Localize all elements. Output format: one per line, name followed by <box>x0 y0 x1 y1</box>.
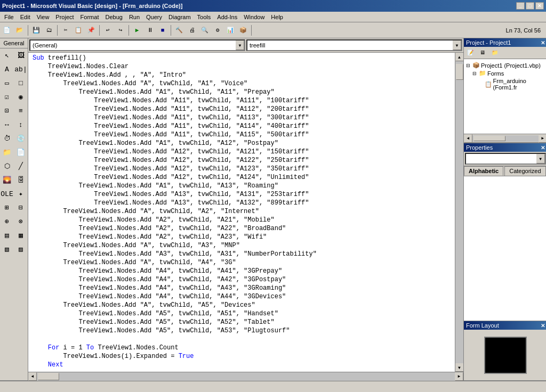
tool-row-2: A ab| <box>0 62 28 76</box>
tool-pointer[interactable]: ↖ <box>0 48 14 62</box>
tool-t7[interactable]: ▧ <box>0 242 14 256</box>
tb-new[interactable]: 📄 <box>1 24 13 36</box>
tool-frame[interactable]: ▭ <box>0 76 14 90</box>
proj-hscroll-track[interactable] <box>472 135 539 142</box>
tb-save-all[interactable]: 🗂 <box>43 24 55 36</box>
tb-b6[interactable]: 📦 <box>237 24 249 36</box>
tool-row-8: 📁 📄 <box>0 145 28 159</box>
tool-drivelist[interactable]: 💿 <box>14 132 28 145</box>
menu-file[interactable]: File <box>1 12 17 22</box>
tool-cmdbutton[interactable]: □ <box>14 76 28 90</box>
tb-run[interactable]: ▶ <box>131 24 143 36</box>
menu-project[interactable]: Project <box>52 12 77 22</box>
tool-t2[interactable]: ⊟ <box>14 201 28 215</box>
tb-b3[interactable]: 🔍 <box>199 24 211 36</box>
tool-t4[interactable]: ⊗ <box>14 215 28 228</box>
tb-copy[interactable]: 📋 <box>73 24 84 36</box>
tool-vscroll[interactable]: ↕ <box>14 118 28 132</box>
tool-listbox[interactable]: ≡ <box>14 104 28 118</box>
tool-t1[interactable]: ⊞ <box>0 201 14 215</box>
project-close-button[interactable]: ✕ <box>541 40 545 46</box>
properties-close-button[interactable]: ✕ <box>541 145 545 151</box>
proj-hscroll-thumb[interactable] <box>473 136 505 141</box>
tb-undo[interactable]: ↩ <box>102 24 114 36</box>
menu-run[interactable]: Run <box>126 12 143 22</box>
tool-picture[interactable]: 🖼 <box>14 48 28 62</box>
tool-textbox[interactable]: ab| <box>14 62 28 76</box>
tool-filelist[interactable]: 📄 <box>14 145 28 159</box>
tb-stop[interactable]: ■ <box>157 24 168 36</box>
tool-hscroll[interactable]: ↔ <box>0 118 14 132</box>
menu-format[interactable]: Format <box>77 12 102 22</box>
tb-open[interactable]: 📂 <box>14 24 26 36</box>
scroll-left-arrow[interactable]: ◄ <box>28 372 37 381</box>
proj-scroll-right[interactable]: ► <box>539 134 546 143</box>
tool-line[interactable]: ╱ <box>14 159 28 173</box>
menu-edit[interactable]: Edit <box>17 12 34 22</box>
hscroll-track[interactable] <box>37 372 455 381</box>
tool-dirlist[interactable]: 📁 <box>0 145 14 159</box>
tb-redo[interactable]: ↪ <box>115 24 126 36</box>
formlayout-close-button[interactable]: ✕ <box>541 323 545 329</box>
tool-t5[interactable]: ▤ <box>0 228 14 242</box>
project-root-item[interactable]: ⊟ 📦 Project1 (Project1.vbp) <box>466 61 545 69</box>
treefill-dropdown-arrow[interactable]: ▼ <box>453 40 461 50</box>
menu-window[interactable]: Window <box>240 12 268 22</box>
menu-tools[interactable]: Tools <box>194 12 214 22</box>
tb-cut[interactable]: ✂ <box>60 24 71 36</box>
forms-folder-item[interactable]: ⊟ 📁 Forms <box>466 69 545 77</box>
tb-save[interactable]: 💾 <box>30 24 42 36</box>
tb-b2[interactable]: 🖨 <box>186 24 198 36</box>
proj-scroll-left[interactable]: ◄ <box>464 134 472 143</box>
tb-pause[interactable]: ⏸ <box>144 24 156 36</box>
tool-t3[interactable]: ⊕ <box>0 215 14 228</box>
tool-checkbox[interactable]: ☑ <box>0 90 14 104</box>
forms-label: Forms <box>487 70 504 77</box>
scroll-up-arrow[interactable]: ▲ <box>455 53 464 61</box>
proj-view-object[interactable]: 🖥 <box>477 47 488 58</box>
form-item[interactable]: 📋 Frm_arduino (Form1.fr <box>466 77 545 91</box>
tool-t8[interactable]: ▨ <box>14 242 28 256</box>
tool-ole[interactable]: OLE <box>0 187 14 201</box>
tb-paste[interactable]: 📌 <box>85 24 97 36</box>
props-object-dropdown[interactable] <box>465 153 546 165</box>
menu-view[interactable]: View <box>34 12 53 22</box>
restore-button[interactable]: □ <box>526 2 534 10</box>
scroll-right-arrow[interactable]: ► <box>455 372 463 381</box>
tb-b1[interactable]: 🔨 <box>173 24 185 36</box>
tool-custom[interactable]: ✦ <box>14 187 28 201</box>
tb-b5[interactable]: 📊 <box>224 24 236 36</box>
scroll-thumb[interactable] <box>456 64 463 80</box>
menu-debug[interactable]: Debug <box>102 12 125 22</box>
tool-t6[interactable]: ▦ <box>14 228 28 242</box>
props-dropdown-arrow[interactable]: ▼ <box>536 154 545 164</box>
menu-help[interactable]: Help <box>268 12 286 22</box>
menu-addins[interactable]: Add-Ins <box>214 12 240 22</box>
proj-toggle-folders[interactable]: 📁 <box>489 47 501 58</box>
proj-view-code[interactable]: 📝 <box>464 47 476 58</box>
tb-sep1 <box>28 25 28 36</box>
title-bar-controls: _ □ ✕ <box>516 2 544 10</box>
tool-timer[interactable]: ⏱ <box>0 132 14 145</box>
hscroll-thumb[interactable] <box>38 373 59 380</box>
scroll-down-arrow[interactable]: ▼ <box>455 363 464 372</box>
tool-label[interactable]: A <box>0 62 14 76</box>
horizontal-scrollbar: ◄ ► <box>28 372 463 380</box>
tool-combobox[interactable]: ⊡ <box>0 104 14 118</box>
tool-image[interactable]: 🌄 <box>0 173 14 187</box>
tb-b4[interactable]: ⚙ <box>212 24 223 36</box>
scroll-track[interactable] <box>455 61 464 363</box>
menu-diagram[interactable]: Diagram <box>165 12 194 22</box>
tab-categorized[interactable]: Categorized <box>504 166 545 176</box>
close-button[interactable]: ✕ <box>535 2 544 10</box>
minimize-button[interactable]: _ <box>516 2 525 10</box>
general-dropdown[interactable]: (General) <box>29 39 245 51</box>
general-dropdown-arrow[interactable]: ▼ <box>236 40 244 50</box>
tool-optbutton[interactable]: ◉ <box>14 90 28 104</box>
tab-alphabetic[interactable]: Alphabetic <box>464 166 503 176</box>
tool-shape[interactable]: ⬡ <box>0 159 14 173</box>
code-scroll-area[interactable]: Sub treefill() TreeView1.Nodes.Clear Tre… <box>28 53 455 372</box>
menu-query[interactable]: Query <box>143 12 165 22</box>
tool-data[interactable]: 🗄 <box>14 173 28 187</box>
treefill-dropdown[interactable]: treefill <box>246 39 462 51</box>
